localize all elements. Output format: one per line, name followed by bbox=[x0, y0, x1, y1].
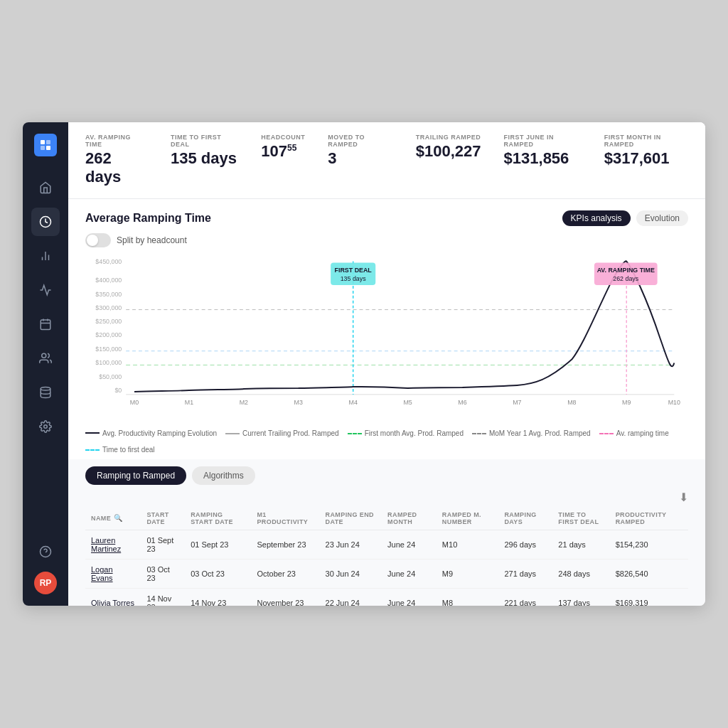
stat-label-time-first: TIME TO FIRST DEAL bbox=[171, 134, 238, 148]
tab-row: Ramping to Ramped Algorithms bbox=[68, 459, 705, 485]
stat-value-time-first: 135 days bbox=[171, 149, 238, 168]
legend-label-first-month: First month Avg. Prod. Ramped bbox=[365, 429, 464, 437]
sidebar-item-chart[interactable] bbox=[31, 276, 60, 304]
sidebar-item-users[interactable] bbox=[31, 344, 60, 373]
download-row: ⬇ bbox=[85, 491, 688, 504]
svg-text:$0: $0 bbox=[114, 387, 122, 394]
cell-ramping-days-2: 221 days bbox=[498, 588, 552, 606]
split-label: Split by headcount bbox=[117, 235, 187, 245]
stat-value-av-ramping: 262 days bbox=[85, 149, 148, 187]
cell-productivity-1: $826,540 bbox=[610, 559, 688, 588]
avatar[interactable]: RP bbox=[34, 572, 57, 594]
legend-first-month: First month Avg. Prod. Ramped bbox=[348, 429, 464, 437]
cell-productivity-2: $169,319 bbox=[610, 588, 688, 606]
stat-av-ramping-time: AV. RAMPING TIME 262 days bbox=[85, 134, 148, 187]
legend-line-mom bbox=[472, 433, 486, 434]
legend-line-time-first bbox=[85, 449, 100, 451]
table-section: ⬇ NAME 🔍 START DATE RAMPING START DATE M… bbox=[68, 485, 705, 606]
svg-text:$200,000: $200,000 bbox=[95, 331, 122, 338]
stat-label-first-month: FIRST MONTH IN RAMPED bbox=[604, 134, 688, 148]
stat-time-first-deal: TIME TO FIRST DEAL 135 days bbox=[171, 134, 238, 187]
tab-ramping-to-ramped[interactable]: Ramping to Ramped bbox=[85, 466, 186, 485]
cell-m1-0: September 23 bbox=[251, 530, 319, 559]
legend-line-trailing bbox=[225, 433, 240, 434]
legend-av-ramping: Av. ramping time bbox=[599, 429, 669, 437]
svg-text:M8: M8 bbox=[567, 398, 576, 405]
svg-text:M4: M4 bbox=[349, 398, 358, 405]
stat-value-first-june: $131,856 bbox=[504, 149, 582, 168]
chart-container: $450,000 $400,000 $350,000 $300,000 $250… bbox=[85, 253, 688, 427]
chart-section: Average Ramping Time KPIs analysis Evolu… bbox=[68, 199, 705, 459]
svg-text:M7: M7 bbox=[513, 398, 521, 405]
cell-ramped-m-number-1: M9 bbox=[437, 559, 499, 588]
sidebar-item-help[interactable] bbox=[31, 537, 60, 566]
legend-label-trailing: Current Trailing Prod. Ramped bbox=[242, 429, 339, 437]
legend-line-avg bbox=[85, 432, 100, 434]
main-content: AV. RAMPING TIME 262 days TIME TO FIRST … bbox=[68, 122, 705, 606]
link-name-0[interactable]: Lauren Martinez bbox=[91, 536, 121, 553]
svg-text:M2: M2 bbox=[240, 398, 248, 405]
legend-current-trailing: Current Trailing Prod. Ramped bbox=[225, 429, 339, 437]
download-icon[interactable]: ⬇ bbox=[679, 491, 688, 504]
legend-avg-productivity: Avg. Productivity Ramping Evolution bbox=[85, 429, 217, 437]
stat-label-first-june: FIRST JUNE IN RAMPED bbox=[504, 134, 582, 148]
tab-evolution[interactable]: Evolution bbox=[636, 210, 688, 226]
stat-value-headcount: 10755 bbox=[261, 142, 305, 161]
split-by-headcount-toggle[interactable] bbox=[85, 233, 111, 247]
svg-text:AV. RAMPING TIME: AV. RAMPING TIME bbox=[597, 267, 655, 274]
table-row: Lauren Martinez 01 Sept 23 01 Sept 23 Se… bbox=[85, 530, 688, 559]
search-icon-name[interactable]: 🔍 bbox=[114, 514, 122, 522]
svg-text:M9: M9 bbox=[622, 398, 631, 405]
legend-time-first-deal: Time to first deal bbox=[85, 446, 155, 454]
link-name-2[interactable]: Olivia Torres bbox=[91, 599, 134, 606]
col-header-ramping-days: RAMPING DAYS bbox=[498, 507, 552, 530]
sidebar-item-calendar[interactable] bbox=[31, 310, 60, 338]
legend-label-av-ramping: Av. ramping time bbox=[616, 429, 669, 437]
svg-point-13 bbox=[41, 387, 50, 391]
sidebar-item-analytics[interactable] bbox=[31, 242, 60, 270]
chart-title: Average Ramping Time bbox=[85, 212, 211, 225]
svg-text:M1: M1 bbox=[185, 398, 193, 405]
cell-ramping-start-0: 01 Sept 23 bbox=[185, 530, 251, 559]
sidebar-item-settings[interactable] bbox=[31, 412, 60, 441]
svg-text:M5: M5 bbox=[403, 398, 412, 405]
legend-label-time-first: Time to first deal bbox=[102, 446, 155, 454]
legend-line-first-month bbox=[348, 433, 362, 434]
sidebar-bottom: RP bbox=[31, 537, 60, 594]
cell-name-1: Logan Evans bbox=[85, 559, 141, 588]
col-header-ramped-m-number: RAMPED M. NUMBER bbox=[437, 507, 499, 530]
stat-first-month: FIRST MONTH IN RAMPED $317,601 bbox=[604, 134, 688, 187]
svg-text:M0: M0 bbox=[130, 398, 139, 405]
cell-start-1: 03 Oct 23 bbox=[141, 559, 185, 588]
svg-point-14 bbox=[44, 425, 48, 429]
svg-rect-8 bbox=[41, 320, 50, 330]
chart-legend: Avg. Productivity Ramping Evolution Curr… bbox=[85, 429, 688, 454]
svg-text:$450,000: $450,000 bbox=[95, 258, 122, 265]
cell-ramping-start-2: 14 Nov 23 bbox=[185, 588, 251, 606]
sidebar-item-clock[interactable] bbox=[31, 208, 60, 236]
cell-start-0: 01 Sept 23 bbox=[141, 530, 185, 559]
sidebar-item-database[interactable] bbox=[31, 378, 60, 407]
svg-text:FIRST DEAL: FIRST DEAL bbox=[335, 267, 373, 274]
sidebar: RP bbox=[23, 122, 68, 606]
stats-bar: AV. RAMPING TIME 262 days TIME TO FIRST … bbox=[68, 122, 705, 199]
stat-label-moved: MOVED TO RAMPED bbox=[328, 134, 393, 148]
tab-kpis-analysis[interactable]: KPIs analysis bbox=[562, 210, 631, 226]
cell-ramped-m-number-2: M8 bbox=[437, 588, 499, 606]
cell-time-first-deal-1: 248 days bbox=[552, 559, 609, 588]
svg-text:M10: M10 bbox=[668, 398, 680, 405]
cell-ramping-end-2: 22 Jun 24 bbox=[320, 588, 382, 606]
link-name-1[interactable]: Logan Evans bbox=[91, 565, 113, 582]
table-body: Lauren Martinez 01 Sept 23 01 Sept 23 Se… bbox=[85, 530, 688, 606]
logo[interactable] bbox=[34, 134, 57, 156]
split-toggle-row: Split by headcount bbox=[85, 233, 688, 247]
sidebar-nav bbox=[31, 173, 60, 537]
cell-ramping-end-0: 23 Jun 24 bbox=[320, 530, 382, 559]
cell-ramping-days-1: 271 days bbox=[498, 559, 552, 588]
sidebar-item-home[interactable] bbox=[31, 173, 60, 202]
tab-algorithms[interactable]: Algorithms bbox=[192, 466, 255, 485]
col-header-time-first-deal: TIME TO FIRST DEAL bbox=[552, 507, 609, 530]
stat-sup-headcount: 55 bbox=[287, 143, 296, 153]
svg-text:$50,000: $50,000 bbox=[99, 373, 122, 380]
svg-text:$400,000: $400,000 bbox=[95, 277, 122, 284]
